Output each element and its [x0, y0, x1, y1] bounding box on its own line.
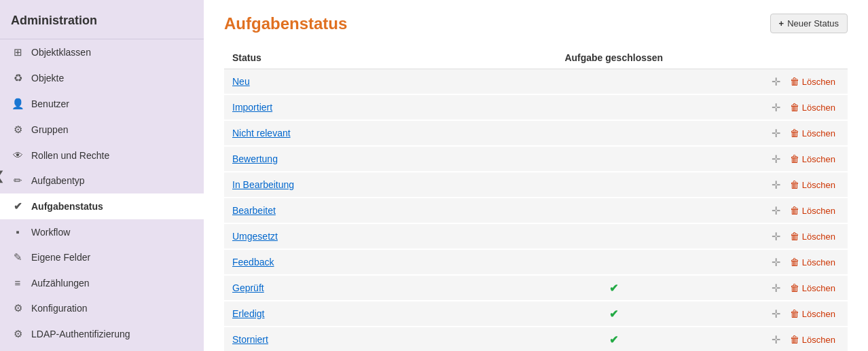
sidebar-item-objekte[interactable]: ♻ Objekte — [0, 65, 204, 91]
status-link-3[interactable]: Bewertung — [232, 153, 278, 164]
sidebar-item-genehmigungs-workflows[interactable]: ▪ Genehmigungs-Workflows — [0, 347, 204, 351]
status-cell-9: Erledigt — [224, 301, 505, 327]
col-status: Status — [224, 47, 505, 69]
actions-cell-7: ✛ 🗑 Löschen — [723, 249, 848, 275]
table-row: Storniert ✔ ✛ 🗑 Löschen — [224, 327, 848, 351]
checkmark-icon: ✔ — [609, 282, 618, 294]
delete-button-4[interactable]: 🗑 Löschen — [786, 178, 839, 191]
closed-cell-3 — [505, 146, 723, 172]
trash-icon-10: 🗑 — [790, 334, 799, 345]
sidebar-icon-aufgabenstatus: ✔ — [11, 200, 24, 213]
delete-label-3: Löschen — [802, 154, 835, 164]
delete-label-4: Löschen — [802, 180, 835, 190]
actions-cell-9: ✛ 🗑 Löschen — [723, 301, 848, 327]
sidebar-label-konfiguration: Konfiguration — [31, 303, 88, 314]
sidebar-icon-gruppen: ⚙ — [11, 124, 24, 136]
closed-cell-4 — [505, 172, 723, 198]
checkmark-icon: ✔ — [609, 308, 618, 320]
drag-handle-3[interactable]: ✛ — [772, 153, 780, 166]
delete-button-2[interactable]: 🗑 Löschen — [786, 126, 839, 140]
delete-label-8: Löschen — [802, 283, 835, 293]
status-link-0[interactable]: Neu — [232, 76, 250, 87]
drag-handle-9[interactable]: ✛ — [772, 308, 780, 320]
trash-icon-5: 🗑 — [790, 205, 799, 216]
closed-cell-0 — [505, 69, 723, 95]
drag-handle-1[interactable]: ✛ — [772, 101, 780, 114]
sidebar: Administration ⊞ Objektklassen ♻ Objekte… — [0, 0, 204, 351]
status-cell-5: Bearbeitet — [224, 198, 505, 223]
delete-button-9[interactable]: 🗑 Löschen — [786, 307, 839, 320]
status-link-2[interactable]: Nicht relevant — [232, 128, 291, 138]
checkmark-icon: ✔ — [609, 334, 618, 346]
delete-button-3[interactable]: 🗑 Löschen — [786, 152, 839, 166]
status-link-6[interactable]: Umgesetzt — [232, 231, 278, 242]
sidebar-icon-benutzer: 👤 — [11, 98, 24, 110]
status-link-1[interactable]: Importiert — [232, 102, 272, 113]
sidebar-item-aufgabenstatus[interactable]: ✔ Aufgabenstatus — [0, 193, 204, 219]
status-link-7[interactable]: Feedback — [232, 257, 274, 267]
sidebar-title: Administration — [0, 0, 204, 39]
delete-button-7[interactable]: 🗑 Löschen — [786, 255, 839, 269]
sidebar-icon-rollen-und-rechte: 👁 — [11, 149, 24, 161]
table-row: In Bearbeitung ✛ 🗑 Löschen — [224, 172, 848, 198]
sidebar-item-aufzahlungen[interactable]: ≡ Aufzählungen — [0, 270, 204, 295]
status-cell-1: Importiert — [224, 94, 505, 120]
sidebar-label-aufgabentyp: Aufgabentyp — [31, 175, 85, 186]
sidebar-label-objekte: Objekte — [31, 73, 64, 84]
delete-button-8[interactable]: 🗑 Löschen — [786, 281, 839, 295]
closed-cell-1 — [505, 94, 723, 120]
drag-handle-8[interactable]: ✛ — [772, 282, 780, 295]
sidebar-item-ldap[interactable]: ⚙ LDAP-Authentifizierung — [0, 321, 204, 347]
trash-icon-1: 🗑 — [790, 102, 799, 113]
sidebar-label-benutzer: Benutzer — [31, 98, 69, 109]
actions-cell-0: ✛ 🗑 Löschen — [723, 69, 848, 95]
sidebar-label-ldap: LDAP-Authentifizierung — [31, 329, 130, 339]
delete-button-1[interactable]: 🗑 Löschen — [786, 100, 839, 114]
status-cell-8: Geprüft — [224, 275, 505, 301]
status-cell-2: Nicht relevant — [224, 120, 505, 146]
drag-handle-5[interactable]: ✛ — [772, 204, 780, 217]
back-button[interactable]: ❮ — [0, 168, 5, 183]
table-row: Bewertung ✛ 🗑 Löschen — [224, 146, 848, 172]
actions-cell-2: ✛ 🗑 Löschen — [723, 120, 848, 146]
sidebar-item-gruppen[interactable]: ⚙ Gruppen — [0, 117, 204, 143]
drag-handle-4[interactable]: ✛ — [772, 179, 780, 191]
status-link-9[interactable]: Erledigt — [232, 308, 264, 319]
status-link-4[interactable]: In Bearbeitung — [232, 179, 294, 190]
drag-handle-10[interactable]: ✛ — [772, 333, 780, 346]
sidebar-icon-objektklassen: ⊞ — [11, 46, 24, 58]
table-row: Nicht relevant ✛ 🗑 Löschen — [224, 120, 848, 146]
delete-button-6[interactable]: 🗑 Löschen — [786, 229, 839, 243]
delete-button-10[interactable]: 🗑 Löschen — [786, 333, 839, 346]
closed-cell-5 — [505, 198, 723, 223]
actions-cell-6: ✛ 🗑 Löschen — [723, 223, 848, 249]
sidebar-item-workflow[interactable]: ▪ Workflow — [0, 219, 204, 244]
sidebar-item-aufgabentyp[interactable]: ✏ Aufgabentyp — [0, 168, 204, 193]
closed-cell-2 — [505, 120, 723, 146]
actions-cell-3: ✛ 🗑 Löschen — [723, 146, 848, 172]
sidebar-item-rollen-und-rechte[interactable]: 👁 Rollen und Rechte — [0, 143, 204, 168]
drag-handle-2[interactable]: ✛ — [772, 127, 780, 140]
delete-button-0[interactable]: 🗑 Löschen — [786, 75, 839, 88]
sidebar-item-konfiguration[interactable]: ⚙ Konfiguration — [0, 295, 204, 321]
status-table: Status Aufgabe geschlossen Neu ✛ 🗑 Lösch… — [224, 47, 848, 351]
status-link-8[interactable]: Geprüft — [232, 282, 264, 293]
main-header: Aufgabenstatus + Neuer Status — [224, 14, 848, 33]
sidebar-item-objektklassen[interactable]: ⊞ Objektklassen — [0, 39, 204, 65]
status-link-10[interactable]: Storniert — [232, 334, 268, 345]
drag-handle-6[interactable]: ✛ — [772, 230, 780, 243]
trash-icon-4: 🗑 — [790, 179, 799, 190]
status-link-5[interactable]: Bearbeitet — [232, 205, 276, 216]
sidebar-icon-workflow: ▪ — [11, 226, 24, 238]
drag-handle-0[interactable]: ✛ — [772, 75, 780, 88]
sidebar-item-eigene-felder[interactable]: ✎ Eigene Felder — [0, 244, 204, 270]
status-cell-7: Feedback — [224, 249, 505, 275]
new-status-button[interactable]: + Neuer Status — [770, 14, 848, 33]
sidebar-item-benutzer[interactable]: 👤 Benutzer — [0, 91, 204, 117]
actions-cell-4: ✛ 🗑 Löschen — [723, 172, 848, 198]
drag-handle-7[interactable]: ✛ — [772, 256, 780, 269]
sidebar-label-objektklassen: Objektklassen — [31, 47, 91, 58]
delete-button-5[interactable]: 🗑 Löschen — [786, 204, 839, 217]
trash-icon-9: 🗑 — [790, 308, 799, 319]
status-cell-4: In Bearbeitung — [224, 172, 505, 198]
